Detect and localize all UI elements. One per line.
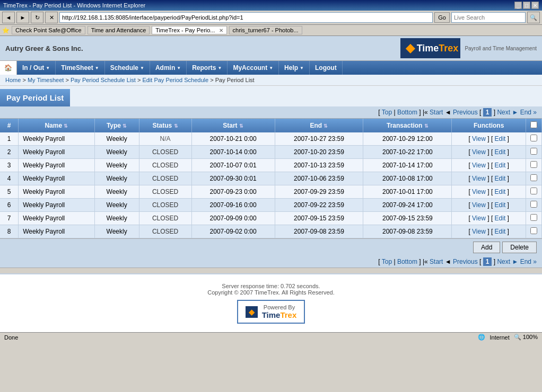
view-link-6[interactable]: View (472, 201, 486, 209)
page-title-bar: Pay Period List (0, 89, 70, 106)
select-all-checkbox[interactable] (530, 121, 537, 128)
pag-next-link[interactable]: Next ► (497, 109, 518, 116)
forward-button[interactable]: ► (16, 12, 29, 23)
col-name-sort[interactable]: ⇅ (64, 123, 68, 129)
edit-link-8[interactable]: Edit (495, 228, 506, 235)
pag-bot-prev-link[interactable]: Previous (453, 258, 478, 265)
view-link-7[interactable]: View (472, 215, 486, 222)
col-transaction-sort[interactable]: ⇅ (424, 123, 429, 129)
col-end[interactable]: End ⇅ (275, 119, 363, 132)
nav-home[interactable]: 🏠 (0, 61, 17, 75)
pag-start-link[interactable]: Start (430, 109, 443, 116)
cell-num: 6 (0, 199, 19, 212)
col-check[interactable] (526, 119, 542, 132)
col-type[interactable]: Type ⇅ (94, 119, 139, 132)
col-name[interactable]: Name ⇅ (19, 119, 95, 132)
refresh-button[interactable]: ↻ (31, 12, 43, 23)
nav-help[interactable]: Help ▼ (279, 61, 310, 75)
nav-admin[interactable]: Admin ▼ (150, 61, 187, 75)
stop-button[interactable]: ✕ (45, 12, 58, 23)
cell-status: CLOSED (139, 146, 191, 159)
edit-link-1[interactable]: Edit (495, 135, 506, 142)
go-button[interactable]: Go (434, 12, 450, 23)
col-start-sort[interactable]: ⇅ (239, 123, 243, 129)
row-checkbox-7[interactable] (530, 214, 537, 221)
col-start[interactable]: Start ⇅ (191, 119, 275, 132)
view-link-4[interactable]: View (472, 175, 486, 182)
nav-logout[interactable]: Logout (310, 61, 343, 75)
cell-transaction: 2007-10-01 17:00 (363, 185, 452, 199)
fav-timeattendance[interactable]: Time and Attendance (88, 26, 150, 34)
fav-payperiod-label: TimeTrex - Pay Perio... (155, 27, 215, 33)
cell-check[interactable] (526, 132, 542, 146)
row-checkbox-2[interactable] (530, 148, 537, 155)
add-button[interactable]: Add (473, 242, 500, 253)
cell-functions: [ View ] [ Edit ] (452, 146, 526, 159)
cell-check[interactable] (526, 146, 542, 159)
edit-link-7[interactable]: Edit (495, 215, 506, 222)
view-link-3[interactable]: View (472, 162, 486, 169)
nav-myaccount[interactable]: MyAccount ▼ (228, 61, 279, 75)
pag-bot-current-page: 1 (483, 257, 492, 266)
fav-payperiod-close[interactable]: ✕ (219, 28, 223, 33)
pag-bot-next-link[interactable]: Next ► (497, 258, 518, 265)
cell-check[interactable] (526, 225, 542, 238)
minimize-btn[interactable]: _ (514, 2, 522, 9)
col-status[interactable]: Status ⇅ (139, 119, 191, 132)
edit-link-6[interactable]: Edit (495, 201, 506, 209)
col-end-sort[interactable]: ⇅ (324, 123, 328, 129)
edit-link-3[interactable]: Edit (495, 162, 506, 169)
pag-bottom-link[interactable]: Bottom (397, 109, 417, 116)
search-button[interactable]: 🔍 (527, 12, 540, 23)
pag-bot-end-link[interactable]: End » (520, 258, 537, 265)
pag-prev-link[interactable]: Previous (453, 109, 478, 116)
breadcrumb-editpayperiod[interactable]: Edit Pay Period Schedule (142, 77, 208, 83)
row-checkbox-5[interactable] (530, 188, 537, 194)
breadcrumb-mytimesheet[interactable]: My Timesheet (28, 77, 64, 83)
fav-photobucket[interactable]: chris_turner67 - Photob... (229, 26, 302, 34)
view-link-2[interactable]: View (472, 148, 486, 156)
view-link-5[interactable]: View (472, 188, 486, 195)
cell-check[interactable] (526, 159, 542, 172)
row-checkbox-4[interactable] (530, 174, 537, 181)
edit-link-5[interactable]: Edit (495, 188, 506, 195)
row-checkbox-3[interactable] (530, 161, 537, 168)
col-transaction[interactable]: Transaction ⇅ (363, 119, 452, 132)
breadcrumb-sep2: > (65, 77, 70, 83)
table-container: [ Top | Bottom ] |« Start ◄ Previous [ 1… (0, 106, 542, 268)
back-button[interactable]: ◄ (2, 12, 15, 23)
nav-timesheet[interactable]: TimeSheet ▼ (56, 61, 104, 75)
cell-check[interactable] (526, 185, 542, 199)
row-checkbox-1[interactable] (530, 135, 537, 141)
fav-checkpoint[interactable]: Check Point Safe@Office (12, 26, 85, 34)
pag-end-link[interactable]: End » (520, 109, 537, 116)
view-link-8[interactable]: View (472, 228, 486, 235)
row-checkbox-6[interactable] (530, 201, 537, 208)
close-btn[interactable]: ✕ (531, 2, 539, 9)
nav-in-out[interactable]: In / Out ▼ (17, 61, 56, 75)
pag-bot-top-link[interactable]: Top (382, 258, 392, 265)
row-checkbox-8[interactable] (530, 227, 537, 234)
edit-link-4[interactable]: Edit (495, 175, 506, 182)
delete-button[interactable]: Delete (502, 242, 537, 253)
fav-payperiod[interactable]: TimeTrex - Pay Perio... ✕ (152, 26, 226, 34)
col-status-sort[interactable]: ⇅ (174, 123, 178, 129)
address-input[interactable] (59, 12, 433, 23)
cell-check[interactable] (526, 199, 542, 212)
view-link-1[interactable]: View (472, 135, 486, 142)
search-input[interactable] (451, 12, 526, 23)
cell-check[interactable] (526, 212, 542, 225)
window-controls[interactable]: _ □ ✕ (514, 2, 539, 9)
pag-top-link[interactable]: Top (382, 109, 392, 116)
breadcrumb-payperiodlist[interactable]: Pay Period Schedule List (71, 77, 136, 83)
nav-reports[interactable]: Reports ▼ (187, 61, 228, 75)
footer-powered-by: Powered By (262, 304, 297, 310)
cell-check[interactable] (526, 172, 542, 185)
nav-schedule[interactable]: Schedule ▼ (105, 61, 150, 75)
pag-bot-bottom-link[interactable]: Bottom (397, 258, 417, 265)
breadcrumb-home[interactable]: Home (5, 77, 21, 83)
edit-link-2[interactable]: Edit (495, 148, 506, 156)
pag-bot-start-link[interactable]: Start (430, 258, 443, 265)
maximize-btn[interactable]: □ (523, 2, 530, 9)
col-type-sort[interactable]: ⇅ (123, 123, 127, 129)
